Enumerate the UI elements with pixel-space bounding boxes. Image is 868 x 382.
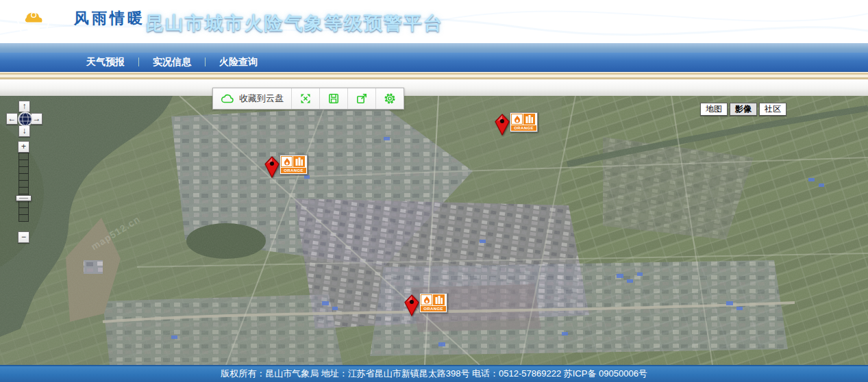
warning-level-label: ORANGE <box>281 168 306 173</box>
app-header: 风雨情暖 FENG YU QING NUAN 昆山市城市火险气象等级预警平台 登… <box>0 0 868 43</box>
building-icon <box>523 114 535 125</box>
cloud-icon <box>221 93 234 104</box>
save-to-cloud-label: 收藏到云盘 <box>239 92 284 105</box>
app-window: 风雨情暖 FENG YU QING NUAN 昆山市城市火险气象等级预警平台 登… <box>0 0 868 382</box>
login-link[interactable]: 登录 <box>838 31 854 42</box>
building-icon <box>293 156 305 167</box>
weather-bureau-logo <box>16 1 51 41</box>
fire-warning-marker[interactable]: ORANGE <box>495 112 536 137</box>
fire-risk-badge[interactable]: ORANGE <box>419 293 447 313</box>
nav-item-weather-forecast[interactable]: 天气预报 <box>82 56 129 68</box>
save-image-button[interactable] <box>320 88 348 109</box>
map-type-satellite[interactable]: 影像 <box>730 103 757 116</box>
map-type-switcher: 地图 影像 社区 <box>700 103 786 116</box>
content-gap <box>0 79 868 96</box>
save-icon <box>327 92 340 105</box>
share-button[interactable] <box>348 88 376 109</box>
pan-left-button[interactable]: ← <box>6 113 18 125</box>
fullscreen-icon <box>299 92 312 105</box>
map-container: map512.cn ↑ ← → ↓ + − <box>0 96 868 365</box>
share-icon <box>356 92 368 105</box>
flame-icon <box>281 156 293 167</box>
warning-level-label: ORANGE <box>511 125 536 131</box>
map-pin-icon <box>495 114 510 136</box>
settings-button[interactable] <box>376 88 404 109</box>
globe-reset-button[interactable] <box>18 112 33 127</box>
flame-icon <box>511 114 523 125</box>
page-title: 昆山市城市火险气象等级预警平台 <box>145 11 443 36</box>
header-divider-strip <box>0 43 868 53</box>
save-to-cloud-button[interactable]: 收藏到云盘 <box>213 88 292 109</box>
nav-item-live-info[interactable]: 实况信息 <box>149 56 195 68</box>
nav-separator <box>205 58 206 66</box>
zoom-in-button[interactable]: + <box>18 141 29 153</box>
warning-level-label: ORANGE <box>421 306 446 311</box>
map-pin-icon <box>264 156 280 178</box>
map-toolbar: 收藏到云盘 <box>212 88 404 110</box>
zoom-out-button[interactable]: − <box>18 231 29 243</box>
nav-separator <box>138 58 139 66</box>
nav-item-fire-risk-query[interactable]: 火险查询 <box>215 56 262 68</box>
zoom-slider-handle[interactable] <box>16 195 32 201</box>
pan-down-button[interactable]: ↓ <box>18 125 30 137</box>
map-pin-icon <box>404 294 419 316</box>
fire-risk-badge[interactable]: ORANGE <box>280 155 308 175</box>
map-type-community[interactable]: 社区 <box>759 103 786 116</box>
zoom-level-cell[interactable] <box>18 214 29 222</box>
map-type-map[interactable]: 地图 <box>700 103 728 116</box>
pan-up-button[interactable]: ↑ <box>18 101 30 112</box>
satellite-map-canvas[interactable] <box>0 96 868 365</box>
fire-risk-badge[interactable]: ORANGE <box>510 112 538 132</box>
fullscreen-button[interactable] <box>292 88 320 109</box>
footer-bar: 版权所有：昆山市气象局 地址：江苏省昆山市新镇昆太路398号 电话：0512-5… <box>0 365 868 382</box>
building-icon <box>433 294 445 305</box>
fire-warning-marker[interactable]: ORANGE <box>264 155 306 179</box>
main-nav: 天气预报 实况信息 火险查询 <box>0 53 868 72</box>
flame-icon <box>421 294 432 305</box>
settings-gear-icon <box>384 92 396 105</box>
copyright-text: 版权所有：昆山市气象局 地址：江苏省昆山市新镇昆太路398号 电话：0512-5… <box>221 368 647 379</box>
zoom-slider-track[interactable] <box>18 153 29 222</box>
fire-warning-marker[interactable]: ORANGE <box>404 293 445 318</box>
